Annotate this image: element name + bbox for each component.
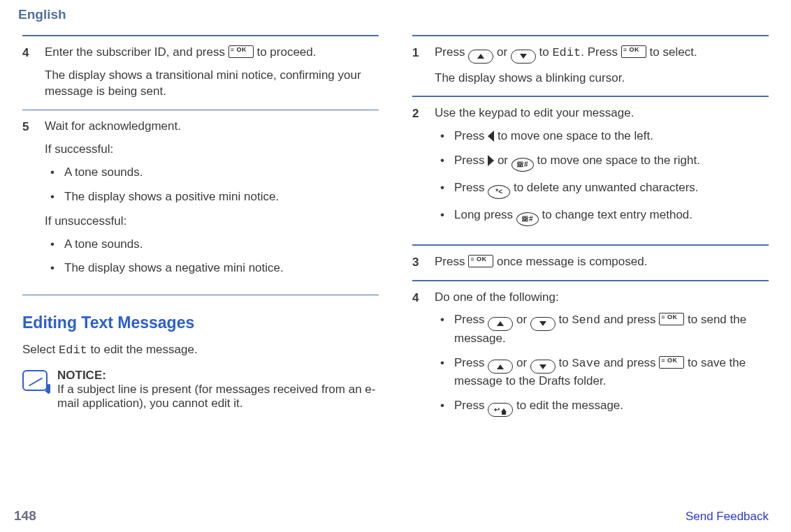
text: Press: [454, 356, 488, 369]
left-arrow-icon: [488, 131, 494, 142]
list-item: Press *< to delete any unwanted characte…: [435, 180, 769, 199]
text: to move one space to the left.: [494, 129, 653, 142]
star-key-icon: *<: [488, 185, 510, 199]
up-arrow-icon: [468, 50, 493, 64]
step-4r: 4 Do one of the following: Press or to S…: [412, 281, 769, 436]
list-item: Press ↩ to edit the message.: [435, 398, 769, 417]
down-arrow-icon: [530, 317, 556, 331]
send-literal: Send: [572, 313, 600, 327]
step-number: 4: [412, 290, 425, 426]
step-number: 4: [22, 45, 35, 100]
text: Enter the subscriber ID, and press: [45, 45, 228, 59]
step1-line1: Press or to Edit. Press to select.: [435, 45, 769, 64]
back-home-icon: ↩: [488, 403, 513, 417]
save-literal: Save: [572, 357, 600, 370]
text: to edit the message.: [516, 399, 623, 412]
notice-body-text: If a subject line is present (for messag…: [57, 383, 379, 411]
right-column: 1 Press or to Edit. Press to select. The…: [412, 35, 769, 435]
notice-block: NOTICE: If a subject line is present (fo…: [22, 369, 379, 411]
text: Select: [22, 343, 59, 356]
down-arrow-icon: [530, 360, 556, 374]
text: Press: [454, 313, 488, 326]
page-language-header: English: [18, 7, 769, 22]
text: and press: [600, 313, 659, 326]
text: to: [559, 313, 572, 326]
step3-line: Press once message is composed.: [435, 254, 769, 270]
left-column: 4 Enter the subscriber ID, and press to …: [22, 35, 379, 435]
step-5: 5 Wait for acknowledgment. If successful…: [22, 110, 379, 295]
text: Press: [454, 129, 488, 142]
text: or: [497, 45, 511, 59]
right-arrow-icon: [488, 155, 494, 166]
text: to delete any unwanted characters.: [514, 181, 699, 194]
list-item: Press or to Send and press to send the m…: [435, 312, 769, 346]
text: Press: [435, 255, 468, 268]
step4r-line1: Do one of the following:: [435, 290, 769, 306]
step-3: 3 Press once message is composed.: [412, 246, 769, 280]
notice-icon: [22, 370, 48, 391]
text: Press: [435, 45, 468, 59]
text: or: [516, 356, 530, 369]
step-4: 4 Enter the subscriber ID, and press to …: [22, 36, 379, 110]
list-item: Press to move one space to the left.: [435, 128, 769, 145]
step-2: 2 Use the keypad to edit your message. P…: [412, 97, 769, 244]
text: Press: [454, 181, 488, 194]
text: to select.: [650, 45, 697, 59]
menu-ok-icon: [621, 45, 646, 58]
list-item: The display shows a negative mini notice…: [45, 260, 379, 276]
text: . Press: [581, 45, 621, 59]
text: to proceed.: [256, 45, 316, 59]
text: and press: [600, 356, 659, 369]
page-number: 148: [14, 508, 36, 524]
edit-literal: Edit: [59, 343, 87, 357]
menu-ok-icon: [659, 356, 684, 369]
list-item: Long press 🕾# to change text entry metho…: [435, 207, 769, 226]
list-item: Press or to Save and press to save the m…: [435, 355, 769, 390]
text: to: [559, 356, 572, 369]
page-footer: 148 Send Feedback: [14, 508, 769, 524]
text: to move one space to the right.: [537, 154, 699, 167]
text: to edit the message.: [87, 343, 198, 356]
menu-ok-icon: [659, 313, 684, 325]
notice-title: NOTICE:: [57, 369, 379, 383]
list-item: Press or 🕾# to move one space to the rig…: [435, 153, 769, 172]
hash-key-icon: 🕾#: [511, 158, 534, 172]
step-number: 3: [412, 254, 425, 270]
section-title: Editing Text Messages: [22, 313, 379, 332]
text: once message is composed.: [497, 255, 647, 268]
text: Press: [454, 154, 488, 167]
if-fail-label: If unsuccessful:: [45, 214, 379, 230]
list-item: The display shows a positive mini notice…: [45, 189, 379, 205]
step-number: 5: [22, 119, 35, 286]
text: or: [516, 313, 530, 326]
step4-line2: The display shows a transitional mini no…: [45, 68, 379, 100]
up-arrow-icon: [488, 360, 513, 374]
send-feedback-link[interactable]: Send Feedback: [685, 510, 769, 524]
step-1: 1 Press or to Edit. Press to select. The…: [412, 36, 769, 96]
menu-ok-icon: [228, 45, 254, 58]
step-number: 2: [412, 105, 425, 234]
section-intro: Select Edit to edit the message.: [22, 342, 379, 359]
list-item: A tone sounds.: [45, 237, 379, 253]
hash-key-icon: 🕾#: [516, 212, 539, 226]
text: to change text entry method.: [542, 208, 692, 221]
step1-line2: The display shows a blinking cursor.: [435, 71, 769, 87]
list-item: A tone sounds.: [45, 165, 379, 181]
step-number: 1: [412, 45, 425, 86]
menu-ok-icon: [468, 255, 493, 267]
text: or: [494, 154, 511, 167]
step5-line1: Wait for acknowledgment.: [45, 119, 379, 135]
edit-literal: Edit: [552, 46, 581, 59]
text: Long press: [454, 208, 516, 221]
if-success-label: If successful:: [45, 142, 379, 158]
text: to: [539, 45, 553, 59]
step2-line1: Use the keypad to edit your message.: [435, 105, 769, 121]
down-arrow-icon: [511, 50, 536, 64]
step4-line1: Enter the subscriber ID, and press to pr…: [45, 45, 379, 61]
text: Press: [454, 399, 488, 412]
up-arrow-icon: [488, 317, 513, 331]
